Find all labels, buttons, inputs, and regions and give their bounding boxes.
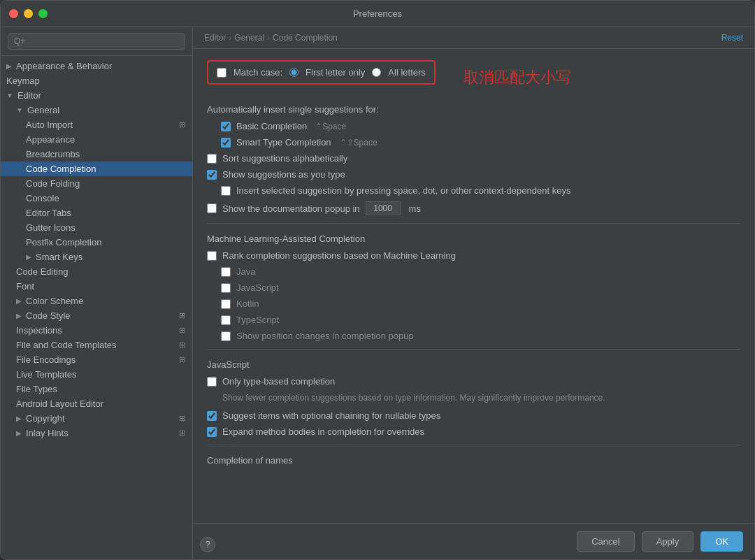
- sidebar-item-copyright[interactable]: ▶ Copyright ⊞: [1, 411, 192, 426]
- sidebar-item-live-templates[interactable]: Live Templates: [1, 367, 192, 382]
- basic-completion-checkbox[interactable]: [221, 122, 231, 131]
- sidebar-item-file-encodings[interactable]: File Encodings ⊞: [1, 352, 192, 367]
- insert-on-space-label: Insert selected suggestion by pressing s…: [236, 185, 570, 196]
- ml-rank-label: Rank completion suggestions based on Mac…: [222, 250, 456, 261]
- annotation-text: 取消匹配大小写: [463, 67, 571, 88]
- main-panel: Editor › General › Code Completion Reset…: [193, 27, 754, 559]
- ml-java-label: Java: [236, 266, 255, 277]
- help-button[interactable]: ?: [200, 537, 215, 552]
- reset-button[interactable]: Reset: [721, 33, 743, 43]
- smart-completion-label: Smart Type Completion: [236, 137, 331, 148]
- show-as-you-type-row: Show suggestions as you type: [207, 168, 740, 180]
- collapse-arrow: ▶: [16, 312, 22, 320]
- ml-rank-checkbox[interactable]: [207, 251, 217, 261]
- sidebar-item-keymap[interactable]: Keymap: [1, 73, 192, 88]
- ml-java-checkbox[interactable]: [221, 267, 231, 277]
- completion-names-title: Completion of names: [207, 455, 740, 466]
- badge-icon: ⊞: [179, 326, 185, 335]
- sidebar-item-file-types[interactable]: File Types: [1, 382, 192, 396]
- all-letters-radio[interactable]: [372, 68, 381, 77]
- smart-completion-kbd: ⌃⇧Space: [340, 138, 378, 148]
- sidebar-item-gutter-icons[interactable]: Gutter Icons: [1, 220, 192, 235]
- badge-icon: ⊞: [179, 120, 185, 129]
- ml-javascript-checkbox[interactable]: [221, 283, 231, 293]
- maximize-button[interactable]: [38, 9, 48, 18]
- ml-typescript-checkbox[interactable]: [221, 315, 231, 325]
- cancel-button[interactable]: Cancel: [577, 531, 634, 552]
- titlebar: Preferences: [1, 1, 754, 27]
- js-only-type-row: Only type-based completion: [207, 375, 740, 387]
- js-section-title: JavaScript: [207, 359, 740, 370]
- sidebar: ▶ Appearance & Behavior Keymap ▼ Editor …: [1, 27, 193, 559]
- smart-completion-checkbox[interactable]: [221, 138, 231, 148]
- sidebar-item-editor[interactable]: ▼ Editor: [1, 88, 192, 103]
- expand-arrow: ▼: [6, 92, 13, 99]
- ml-kotlin-checkbox[interactable]: [221, 299, 231, 309]
- ml-position-label: Show position changes in completion popu…: [236, 331, 414, 341]
- doc-popup-ms-input[interactable]: [366, 201, 401, 215]
- sidebar-item-smart-keys[interactable]: ▶ Smart Keys: [1, 250, 192, 264]
- sidebar-item-console[interactable]: Console: [1, 191, 192, 206]
- breadcrumb-editor: Editor: [204, 33, 226, 43]
- apply-button[interactable]: Apply: [642, 531, 694, 552]
- js-only-type-checkbox[interactable]: [207, 377, 217, 387]
- minimize-button[interactable]: [24, 9, 33, 18]
- js-expand-method-label: Expand method bodies in completion for o…: [222, 426, 424, 437]
- basic-completion-kbd: ⌃Space: [315, 122, 346, 131]
- show-doc-popup-row: Show the documentation popup in ms: [207, 201, 740, 216]
- ml-kotlin-row: Kotlin: [221, 298, 740, 310]
- sidebar-item-general[interactable]: ▼ General: [1, 103, 192, 117]
- sidebar-item-android-layout-editor[interactable]: Android Layout Editor: [1, 396, 192, 411]
- show-as-you-type-checkbox[interactable]: [207, 170, 217, 180]
- collapse-arrow: ▶: [6, 62, 12, 70]
- sidebar-item-color-scheme[interactable]: ▶ Color Scheme: [1, 294, 192, 308]
- sidebar-item-postfix-completion[interactable]: Postfix Completion: [1, 235, 192, 250]
- match-case-checkbox[interactable]: [217, 68, 226, 78]
- sidebar-item-breadcrumbs[interactable]: Breadcrumbs: [1, 147, 192, 161]
- first-letter-label: First letter only: [305, 67, 365, 78]
- ok-button[interactable]: OK: [700, 531, 743, 552]
- breadcrumb-general: General: [234, 33, 264, 43]
- ml-typescript-row: TypeScript: [221, 314, 740, 326]
- breadcrumb-sep2: ›: [267, 33, 270, 43]
- collapse-arrow: ▶: [16, 429, 22, 437]
- sort-alpha-checkbox[interactable]: [207, 154, 217, 164]
- ml-kotlin-label: Kotlin: [236, 299, 259, 309]
- js-expand-method-row: Expand method bodies in completion for o…: [207, 426, 740, 438]
- show-doc-popup-label: Show the documentation popup in: [222, 203, 360, 214]
- breadcrumb: Editor › General › Code Completion: [204, 33, 338, 43]
- ml-javascript-row: JavaScript: [221, 282, 740, 294]
- ml-section-title: Machine Learning-Assisted Completion: [207, 234, 740, 244]
- sidebar-item-code-editing[interactable]: Code Editing: [1, 264, 192, 279]
- insert-on-space-checkbox[interactable]: [221, 186, 231, 196]
- auto-insert-title: Automatically insert single suggestions …: [207, 104, 740, 115]
- search-box: [1, 27, 192, 56]
- divider2: [207, 349, 740, 350]
- sidebar-item-inspections[interactable]: Inspections ⊞: [1, 323, 192, 338]
- ml-javascript-label: JavaScript: [236, 282, 279, 293]
- sidebar-item-inlay-hints[interactable]: ▶ Inlay Hints ⊞: [1, 426, 192, 440]
- sidebar-item-appearance[interactable]: Appearance: [1, 132, 192, 147]
- first-letter-radio[interactable]: [289, 68, 299, 77]
- sidebar-item-appearance-behavior[interactable]: ▶ Appearance & Behavior: [1, 59, 192, 73]
- all-letters-label: All letters: [388, 67, 425, 78]
- sidebar-item-code-folding[interactable]: Code Folding: [1, 176, 192, 191]
- match-case-label: Match case:: [233, 67, 282, 78]
- js-expand-method-checkbox[interactable]: [207, 427, 217, 437]
- sidebar-item-code-completion[interactable]: Code Completion: [1, 161, 192, 176]
- close-button[interactable]: [9, 9, 18, 18]
- sidebar-item-auto-import[interactable]: Auto Import ⊞: [1, 117, 192, 132]
- sidebar-item-editor-tabs[interactable]: Editor Tabs: [1, 206, 192, 220]
- divider3: [207, 445, 740, 445]
- sidebar-item-font[interactable]: Font: [1, 279, 192, 294]
- search-input[interactable]: [8, 33, 185, 50]
- preferences-window: Preferences ▶ Appearance & Behavior Keym…: [0, 0, 755, 560]
- sidebar-item-code-style[interactable]: ▶ Code Style ⊞: [1, 308, 192, 323]
- ml-typescript-label: TypeScript: [236, 315, 279, 325]
- badge-icon: ⊞: [179, 311, 185, 320]
- ml-position-checkbox[interactable]: [221, 331, 231, 341]
- breadcrumb-bar: Editor › General › Code Completion Reset: [193, 27, 754, 49]
- show-doc-popup-checkbox[interactable]: [207, 203, 217, 213]
- js-optional-chaining-checkbox[interactable]: [207, 411, 217, 421]
- sidebar-item-file-code-templates[interactable]: File and Code Templates ⊞: [1, 338, 192, 352]
